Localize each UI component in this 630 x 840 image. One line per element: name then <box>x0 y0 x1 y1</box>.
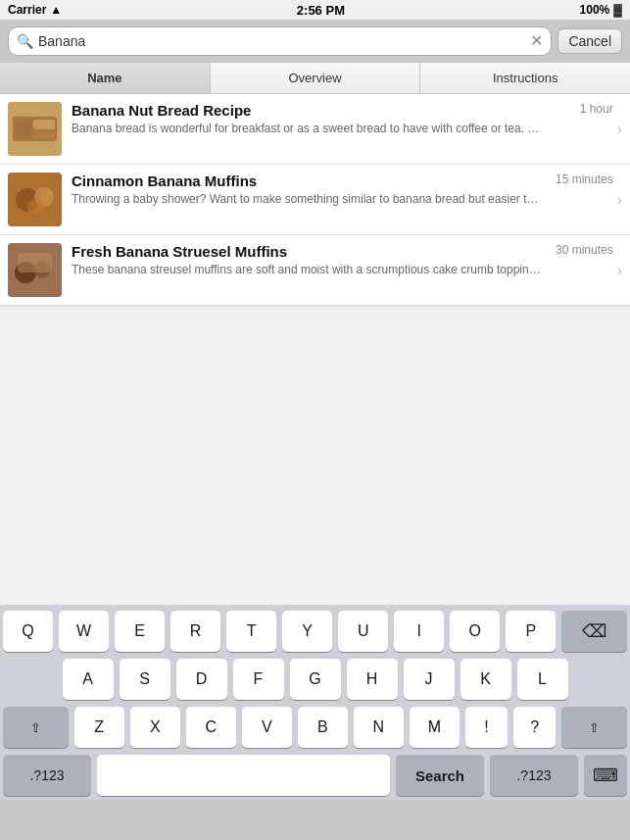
key-q[interactable]: Q <box>3 611 53 652</box>
key-c[interactable]: C <box>186 707 236 748</box>
key-i[interactable]: I <box>394 611 444 652</box>
result-time-3: 30 minutes <box>556 243 613 257</box>
key-n[interactable]: N <box>354 707 404 748</box>
svg-rect-12 <box>18 253 52 272</box>
result-content-2: Cinnamon Banana Muffins 15 minutes Throw… <box>72 173 613 208</box>
key-k[interactable]: K <box>460 659 511 700</box>
key-t[interactable]: T <box>226 611 276 652</box>
svg-rect-4 <box>33 131 55 139</box>
key-r[interactable]: R <box>170 611 220 652</box>
key-s[interactable]: S <box>120 659 170 700</box>
chevron-icon-3: › <box>617 262 622 279</box>
status-left: Carrier ▲ <box>8 3 62 17</box>
key-num-left[interactable]: .?123 <box>3 755 91 796</box>
search-bar: 🔍 ✕ Cancel <box>0 20 630 63</box>
key-u[interactable]: U <box>338 611 388 652</box>
keyboard-row-4: .?123 Search .?123 ⌨ <box>3 755 627 796</box>
segment-control: Name Overview Instructions <box>0 63 630 94</box>
result-title-3: Fresh Banana Struesel Muffins <box>72 243 287 260</box>
key-j[interactable]: J <box>404 659 455 700</box>
key-f[interactable]: F <box>233 659 284 700</box>
status-time: 2:56 PM <box>297 3 345 18</box>
key-m[interactable]: M <box>410 707 460 748</box>
result-desc-1: Banana bread is wonderful for breakfast … <box>72 122 542 137</box>
key-e[interactable]: E <box>115 611 165 652</box>
result-item-2[interactable]: Cinnamon Banana Muffins 15 minutes Throw… <box>0 165 630 235</box>
key-p[interactable]: P <box>506 611 556 652</box>
key-v[interactable]: V <box>242 707 292 748</box>
key-shift[interactable]: ⇧ <box>3 707 69 748</box>
chevron-icon-2: › <box>617 191 622 209</box>
empty-area <box>0 306 630 605</box>
search-input[interactable] <box>38 33 530 49</box>
segment-overview[interactable]: Overview <box>211 63 421 93</box>
key-a[interactable]: A <box>63 659 114 700</box>
key-g[interactable]: G <box>290 659 341 700</box>
keyboard-row-3: ⇧ Z X C V B N M ! ? ⇧ <box>3 707 627 748</box>
key-backspace[interactable]: ⌫ <box>561 611 627 652</box>
key-h[interactable]: H <box>347 659 398 700</box>
key-question[interactable]: ? <box>513 707 556 748</box>
key-d[interactable]: D <box>176 659 227 700</box>
result-time-2: 15 minutes <box>556 173 613 186</box>
clear-button[interactable]: ✕ <box>530 33 543 49</box>
cancel-button[interactable]: Cancel <box>557 28 622 54</box>
segment-name[interactable]: Name <box>0 63 211 93</box>
results-list: Banana Nut Bread Recipe 1 hour Banana br… <box>0 94 630 306</box>
key-w[interactable]: W <box>59 611 109 652</box>
result-title-1: Banana Nut Bread Recipe <box>72 102 251 119</box>
result-time-1: 1 hour <box>580 102 613 116</box>
svg-rect-2 <box>16 122 30 136</box>
keyboard-row-1: Q W E R T Y U I O P ⌫ <box>3 611 627 652</box>
result-desc-3: These banana streusel muffins are soft a… <box>72 263 542 278</box>
chevron-icon-1: › <box>617 121 622 138</box>
key-emoji[interactable]: ⌨ <box>584 755 627 796</box>
carrier-label: Carrier <box>8 3 46 17</box>
status-bar: Carrier ▲ 2:56 PM 100% ▓ <box>0 0 630 20</box>
result-thumb-3 <box>8 243 62 297</box>
result-item-3[interactable]: Fresh Banana Struesel Muffins 30 minutes… <box>0 235 630 306</box>
keyboard-row-2: A S D F G H J K L <box>3 659 627 700</box>
result-thumb-1 <box>8 102 62 156</box>
key-shift-right[interactable]: ⇧ <box>561 707 627 748</box>
status-right: 100% ▓ <box>580 3 622 17</box>
key-exclaim[interactable]: ! <box>465 707 508 748</box>
result-content-1: Banana Nut Bread Recipe 1 hour Banana br… <box>72 102 613 137</box>
segment-instructions[interactable]: Instructions <box>420 63 630 93</box>
key-o[interactable]: O <box>450 611 500 652</box>
search-icon: 🔍 <box>17 33 33 49</box>
key-y[interactable]: Y <box>282 611 332 652</box>
key-num-right[interactable]: .?123 <box>490 755 578 796</box>
key-l[interactable]: L <box>517 659 568 700</box>
svg-point-8 <box>27 199 43 215</box>
key-space[interactable] <box>97 755 390 796</box>
wifi-icon: ▲ <box>50 3 62 17</box>
key-x[interactable]: X <box>130 707 180 748</box>
battery-icon: ▓ <box>613 3 622 17</box>
result-item-1[interactable]: Banana Nut Bread Recipe 1 hour Banana br… <box>0 94 630 165</box>
keyboard: Q W E R T Y U I O P ⌫ A S D F G H J K L … <box>0 605 630 800</box>
result-desc-2: Throwing a baby shower? Want to make som… <box>72 192 542 208</box>
search-input-wrapper[interactable]: 🔍 ✕ <box>8 26 552 56</box>
result-thumb-2 <box>8 173 62 226</box>
key-b[interactable]: B <box>298 707 348 748</box>
svg-rect-3 <box>33 120 55 129</box>
result-content-3: Fresh Banana Struesel Muffins 30 minutes… <box>72 243 613 278</box>
battery-label: 100% <box>580 3 610 17</box>
key-search[interactable]: Search <box>396 755 484 796</box>
key-z[interactable]: Z <box>74 707 124 748</box>
result-title-2: Cinnamon Banana Muffins <box>72 173 257 189</box>
